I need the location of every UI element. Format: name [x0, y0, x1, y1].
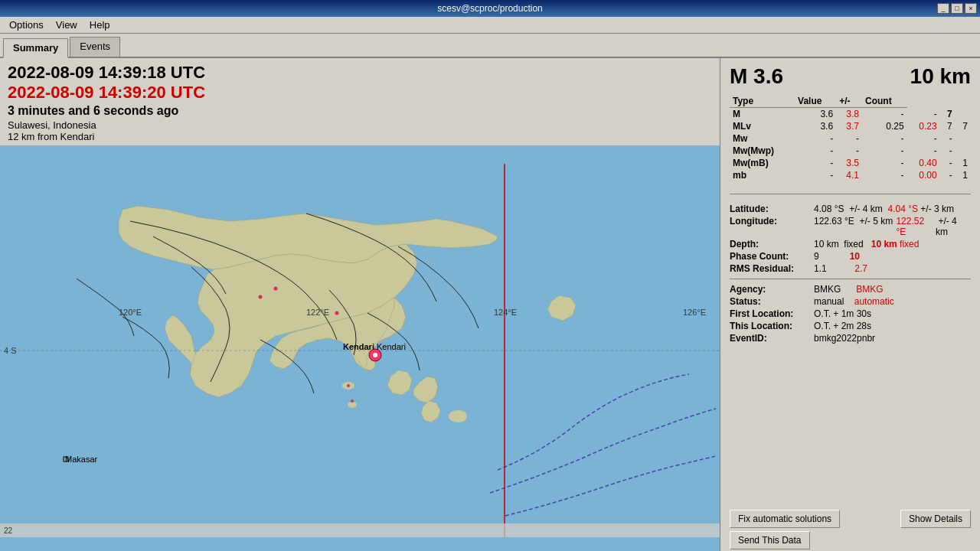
depth-display: 10 km: [910, 64, 971, 89]
latitude-label: Latitude:: [730, 204, 814, 214]
svg-point-10: [449, 410, 467, 422]
svg-point-30: [351, 399, 354, 403]
svg-text:Kendari: Kendari: [343, 342, 374, 351]
table-row: Mw - - - - -: [730, 132, 971, 145]
header-info: 2022-08-09 14:39:18 UTC 2022-08-09 14:39…: [0, 58, 720, 145]
right-buttons: Show Details: [900, 510, 971, 528]
longitude-val2: 122.52 °E: [896, 216, 936, 237]
latitude-val2: 4.04 °S: [888, 204, 919, 214]
left-buttons: Fix automatic solutions: [730, 510, 840, 528]
right-panel: M 3.6 10 km Type Value +/- Count M 3.6 3…: [720, 58, 980, 551]
agency-label: Agency:: [730, 284, 814, 295]
bottom-buttons: Fix automatic solutions Show Details: [730, 504, 971, 528]
menubar: Options View Help: [0, 17, 980, 34]
map-svg[interactable]: 120°E 122°E 124°E 126°E 4 S Kendari Kend…: [0, 145, 720, 551]
svg-text:Kendari: Kendari: [377, 342, 406, 351]
depth-val1: 10 km fixed: [814, 239, 871, 249]
longitude-val1: 122.63 °E +/- 5 km: [814, 216, 896, 237]
tab-events[interactable]: Events: [70, 37, 120, 57]
time-secondary: 2022-08-09 14:39:20 UTC: [8, 83, 712, 103]
svg-text:122°E: 122°E: [306, 308, 329, 317]
rms-val2: 2.7: [854, 263, 867, 274]
divider-2: [730, 279, 971, 279]
map-container[interactable]: 120°E 122°E 124°E 126°E 4 S Kendari Kend…: [0, 145, 720, 551]
svg-rect-31: [0, 523, 720, 537]
tabbar: Summary Events: [0, 34, 980, 58]
send-data-button[interactable]: Send This Data: [730, 531, 810, 549]
titlebar-controls[interactable]: _ □ ×: [937, 3, 977, 14]
status-val2: automatic: [844, 296, 893, 307]
svg-text:126°E: 126°E: [683, 308, 706, 317]
minimize-button[interactable]: _: [937, 3, 949, 14]
fix-automatic-button[interactable]: Fix automatic solutions: [730, 510, 840, 528]
location: Sulawesi, Indonesia: [8, 119, 712, 131]
depth-row: Depth: 10 km fixed 10 km fixed: [730, 239, 971, 249]
mag-depth-header: M 3.6 10 km: [730, 64, 971, 89]
time-primary: 2022-08-09 14:39:18 UTC: [8, 63, 712, 83]
first-location-row: First Location: O.T. + 1m 30s: [730, 308, 971, 319]
latitude-row: Latitude: 4.08 °S +/- 4 km 4.04 °S +/- 3…: [730, 204, 971, 214]
svg-text:4 S: 4 S: [4, 346, 17, 355]
svg-text:22: 22: [4, 527, 13, 535]
depth-label: Depth:: [730, 239, 814, 249]
col-type: Type: [730, 95, 795, 108]
info-section: Latitude: 4.08 °S +/- 4 km 4.04 °S +/- 3…: [730, 204, 971, 345]
first-location-label: First Location:: [730, 308, 814, 319]
phase-count-val2: 10: [850, 251, 860, 262]
window-title: scesv@scproc/production: [437, 3, 543, 14]
this-location-label: This Location:: [730, 321, 814, 331]
col-value: Value: [795, 95, 836, 108]
col-pm: +/-: [836, 95, 862, 108]
svg-text:120°E: 120°E: [119, 308, 142, 317]
svg-point-27: [274, 287, 278, 291]
show-details-button[interactable]: Show Details: [900, 510, 971, 528]
table-row: Mw(mB) - 3.5 - 0.40 - 1: [730, 157, 971, 169]
agency-row: Agency: BMKG BMKG: [730, 284, 971, 295]
left-panel: 2022-08-09 14:39:18 UTC 2022-08-09 14:39…: [0, 58, 720, 551]
event-id-row: EventID: bmkg2022pnbr: [730, 333, 971, 344]
time-ago: 3 minutes and 6 seconds ago: [8, 104, 712, 118]
table-row: mb - 4.1 - 0.00 - 1: [730, 169, 971, 181]
distance: 12 km from Kendari: [8, 131, 712, 142]
rms-val1: 1.1: [814, 263, 854, 274]
svg-point-11: [348, 402, 357, 408]
event-id-label: EventID:: [730, 333, 814, 344]
titlebar: scesv@scproc/production _ □ ×: [0, 0, 980, 17]
svg-point-26: [259, 295, 263, 299]
col-count: Count: [862, 95, 907, 108]
maximize-button[interactable]: □: [951, 3, 963, 14]
data-table: Type Value +/- Count M 3.6 3.8 - - 7 MLv: [730, 95, 971, 181]
svg-point-21: [373, 353, 377, 357]
longitude-pm2: +/- 4 km: [936, 216, 971, 237]
svg-text:124°E: 124°E: [494, 308, 517, 317]
send-button-row: Send This Data: [730, 531, 971, 549]
status-val1: manual: [814, 296, 844, 307]
menu-help[interactable]: Help: [83, 18, 116, 32]
table-row: MLv 3.6 3.7 0.25 0.23 7 7: [730, 120, 971, 132]
agency-val2: BMKG: [856, 284, 883, 295]
table-row: Mw(Mwp) - - - - -: [730, 145, 971, 157]
table-row: M 3.6 3.8 - - 7: [730, 108, 971, 121]
rms-label: RMS Residual:: [730, 263, 814, 274]
depth-qual2: fixed: [897, 239, 920, 249]
latitude-val1: 4.08 °S +/- 4 km: [814, 204, 888, 214]
status-label: Status:: [730, 296, 814, 307]
depth-val2: 10 km: [871, 239, 897, 249]
status-row: Status: manual automatic: [730, 296, 971, 307]
close-button[interactable]: ×: [965, 3, 977, 14]
divider: [730, 194, 971, 194]
menu-options[interactable]: Options: [3, 18, 50, 32]
event-id-val: bmkg2022pnbr: [814, 333, 875, 344]
this-location-val: O.T. + 2m 28s: [814, 321, 871, 331]
first-location-val: O.T. + 1m 30s: [814, 308, 871, 319]
svg-point-29: [347, 384, 350, 387]
main-content: 2022-08-09 14:39:18 UTC 2022-08-09 14:39…: [0, 58, 980, 551]
menu-view[interactable]: View: [50, 18, 83, 32]
this-location-row: This Location: O.T. + 2m 28s: [730, 321, 971, 331]
longitude-label: Longitude:: [730, 216, 814, 237]
magnitude-display: M 3.6: [730, 64, 783, 89]
rms-row: RMS Residual: 1.1 2.7: [730, 263, 971, 274]
svg-text:Makasar: Makasar: [65, 455, 98, 464]
tab-summary[interactable]: Summary: [3, 38, 68, 58]
longitude-row: Longitude: 122.63 °E +/- 5 km 122.52 °E …: [730, 216, 971, 237]
